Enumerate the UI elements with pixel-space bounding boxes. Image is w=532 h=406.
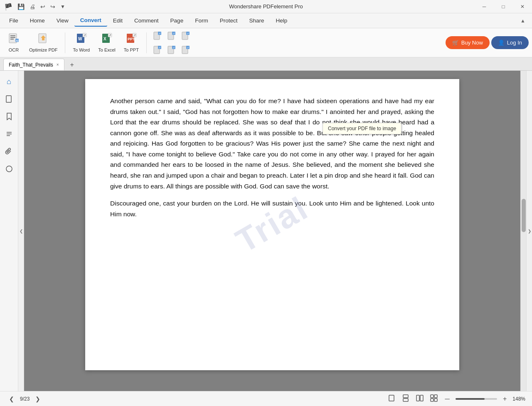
to-word-button[interactable]: W ↗ To Word [69, 30, 93, 55]
zoom-level: 148% [512, 396, 525, 402]
login-button[interactable]: 👤 Log In [491, 36, 529, 49]
menu-page[interactable]: Page [165, 15, 190, 27]
convert-icon-1[interactable]: ↗ [151, 29, 164, 42]
maximize-button[interactable]: □ [494, 0, 513, 13]
svg-text:AI: AI [16, 40, 18, 42]
prev-page-button[interactable]: ❮ [7, 395, 17, 403]
to-ppt-icon: PPT ↗ [126, 32, 137, 46]
buy-now-button[interactable]: 🛒 Buy Now [446, 36, 490, 49]
sidebar-page-button[interactable] [2, 92, 17, 106]
menu-protect[interactable]: Protect [214, 15, 244, 27]
menu-file[interactable]: File [3, 15, 24, 27]
left-panel-collapse-button[interactable]: ❮ [18, 71, 24, 391]
window-controls: ─ □ ✕ [475, 0, 532, 13]
svg-text:↗: ↗ [158, 32, 160, 35]
zoom-slider[interactable] [456, 398, 497, 400]
ocr-icon: AI [8, 32, 20, 46]
to-ppt-button[interactable]: PPT ↗ To PPT [121, 30, 142, 55]
convert-icon-3[interactable]: ↗ [179, 29, 192, 42]
zoom-in-button[interactable]: + [500, 394, 509, 404]
undo-icon[interactable]: ↩ [39, 2, 47, 11]
continuous-view-button[interactable] [400, 394, 411, 404]
svg-rect-44 [403, 399, 408, 401]
sidebar-comments-button[interactable] [2, 126, 17, 141]
svg-rect-49 [431, 399, 433, 401]
svg-rect-45 [416, 395, 419, 401]
sidebar-bookmark-button[interactable] [2, 109, 17, 124]
svg-rect-48 [434, 395, 437, 398]
optimize-pdf-label: Optimize PDF [29, 47, 57, 53]
svg-rect-46 [420, 395, 423, 401]
document-area: Trial Another person came and said, "Wha… [24, 71, 520, 391]
vertical-scrollbar[interactable] [520, 71, 526, 391]
tab-close-button[interactable]: × [57, 62, 59, 67]
paragraph-2: Discouraged one, cast your burden on the… [110, 198, 434, 219]
svg-text:X: X [103, 37, 106, 41]
sidebar-home-button[interactable]: ⌂ [2, 74, 17, 89]
optimize-icon [37, 32, 49, 46]
page-info: 9/23 [20, 396, 30, 402]
separator-1 [65, 32, 65, 53]
app-logo-icon: 🏴 [2, 2, 14, 12]
print-icon[interactable]: 🖨 [28, 2, 37, 11]
svg-text:↗: ↗ [172, 47, 175, 49]
to-word-icon: W ↗ [76, 32, 87, 46]
sidebar-shapes-button[interactable] [2, 161, 17, 176]
statusbar-right: ─ + 148% [386, 394, 525, 404]
sidebar-attachments-button[interactable] [2, 144, 17, 159]
menu-home[interactable]: Home [24, 15, 51, 27]
zoom-out-button[interactable]: ─ [443, 394, 452, 404]
left-collapse-arrow-icon: ❮ [20, 229, 23, 233]
paragraph-1: Another person came and said, "What can … [110, 96, 434, 191]
current-page: 9 [20, 396, 23, 402]
to-excel-button[interactable]: X ↗ To Excel [95, 30, 119, 55]
ribbon-collapse-button[interactable]: ▲ [517, 16, 529, 25]
menu-convert[interactable]: Convert [74, 15, 107, 27]
redo-icon[interactable]: ↪ [49, 2, 57, 11]
convert-icon-2[interactable]: ↗ [165, 29, 178, 42]
close-button[interactable]: ✕ [513, 0, 532, 13]
title-bar-left: 🏴 💾 🖨 ↩ ↪ ▼ [0, 0, 67, 13]
tab-faith-that-prevails[interactable]: Faith_That_Prevails × [3, 59, 64, 70]
minimize-button[interactable]: ─ [475, 0, 494, 13]
menu-form[interactable]: Form [189, 15, 214, 27]
svg-text:PPT: PPT [128, 37, 135, 41]
tab-label: Faith_That_Prevails [9, 62, 53, 68]
separator-2 [146, 32, 147, 53]
to-ppt-label: To PPT [124, 47, 139, 53]
svg-text:↗: ↗ [109, 34, 111, 37]
ocr-button[interactable]: AI OCR [3, 30, 24, 55]
menu-comment[interactable]: Comment [128, 15, 165, 27]
optimize-pdf-button[interactable]: Optimize PDF [26, 30, 61, 55]
zoom-slider-fill [456, 398, 485, 400]
two-page-view-button[interactable] [414, 394, 425, 404]
convert-icon-5[interactable]: ↗ [165, 43, 178, 57]
menu-help[interactable]: Help [270, 15, 293, 27]
menu-view[interactable]: View [51, 15, 74, 27]
scrollbar-thumb[interactable] [522, 199, 526, 232]
main-area: ⌂ ❮ Trial Anoth [0, 71, 532, 391]
toolbar: AI OCR Optimize PDF W ↗ To Word [0, 28, 532, 57]
grid-view-button[interactable] [429, 394, 439, 404]
tooltip-text: Convert your PDF file to image [328, 126, 396, 131]
right-panel-collapse-button[interactable]: ❯ [526, 71, 532, 391]
tooltip-convert-to-image: Convert your PDF file to image [323, 123, 401, 134]
menu-share[interactable]: Share [243, 15, 270, 27]
menu-bar: File Home View Convert Edit Comment Page… [0, 13, 532, 28]
status-bar: ❮ 9/23 ❯ [0, 391, 532, 406]
convert-icon-6[interactable]: ↗ [179, 43, 192, 57]
new-tab-button[interactable]: + [66, 59, 78, 70]
single-page-view-button[interactable] [386, 394, 397, 404]
svg-rect-37 [6, 96, 11, 102]
svg-text:W: W [78, 37, 82, 41]
menu-edit[interactable]: Edit [107, 15, 128, 27]
svg-rect-50 [434, 399, 437, 401]
next-page-button[interactable]: ❯ [33, 395, 43, 403]
svg-text:↗: ↗ [187, 47, 189, 49]
save-icon[interactable]: 💾 [16, 2, 26, 11]
buy-now-label: Buy Now [461, 40, 483, 46]
convert-icon-4[interactable]: ↗ [151, 43, 164, 57]
svg-rect-47 [431, 395, 433, 398]
title-bar: 🏴 💾 🖨 ↩ ↪ ▼ Wondershare PDFelement Pro ─… [0, 0, 532, 13]
dropdown-icon[interactable]: ▼ [59, 3, 67, 10]
